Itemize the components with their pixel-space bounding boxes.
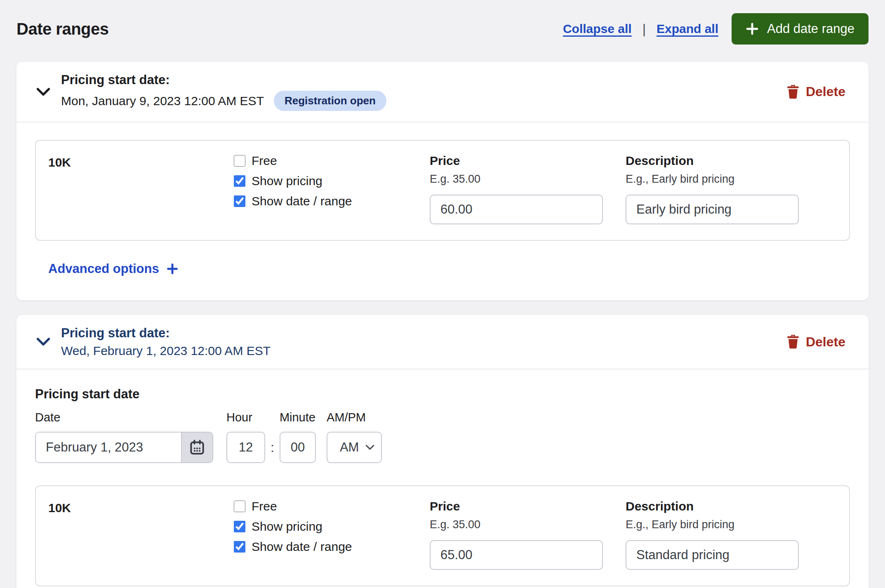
price-label: Price bbox=[430, 154, 626, 168]
date-label: Date bbox=[35, 411, 213, 424]
free-checkbox[interactable] bbox=[234, 501, 245, 512]
chevron-down-icon[interactable] bbox=[36, 337, 50, 347]
plus-icon bbox=[746, 22, 759, 35]
show-date-range-checkbox-item[interactable]: Show date / range bbox=[234, 540, 430, 554]
chevron-down-icon bbox=[365, 445, 374, 450]
show-date-range-checkbox-label: Show date / range bbox=[252, 194, 352, 208]
description-field-group: Description E.g., Early bird pricing bbox=[626, 499, 821, 570]
pricing-start-date-value: Wed, February 1, 2023 12:00 AM EST bbox=[61, 344, 271, 358]
price-field-group: Price E.g. 35.00 bbox=[430, 154, 626, 224]
show-date-range-checkbox-item[interactable]: Show date / range bbox=[234, 194, 430, 208]
show-pricing-checkbox[interactable] bbox=[234, 175, 245, 187]
date-range-card-1: Pricing start date: Mon, January 9, 2023… bbox=[16, 62, 869, 300]
free-checkbox-item[interactable]: Free bbox=[234, 154, 430, 168]
hour-label: Hour bbox=[226, 411, 265, 424]
description-hint: E.g., Early bird pricing bbox=[626, 518, 821, 531]
description-label: Description bbox=[626, 499, 821, 513]
price-input[interactable] bbox=[430, 540, 603, 570]
show-date-range-checkbox[interactable] bbox=[234, 195, 245, 207]
ampm-selected-value: AM bbox=[340, 440, 359, 455]
date-range-card-1-header[interactable]: Pricing start date: Mon, January 9, 2023… bbox=[16, 62, 869, 122]
pricing-start-date-line: Mon, January 9, 2023 12:00 AM EST Regist… bbox=[61, 91, 386, 111]
advanced-options-link[interactable]: Advanced options bbox=[48, 261, 178, 276]
trash-icon bbox=[787, 335, 799, 349]
show-pricing-checkbox-item[interactable]: Show pricing bbox=[234, 520, 430, 534]
price-hint: E.g. 35.00 bbox=[430, 173, 626, 186]
date-input-group bbox=[35, 432, 213, 463]
plus-icon bbox=[167, 263, 178, 275]
pricing-start-date-value: Mon, January 9, 2023 12:00 AM EST bbox=[61, 94, 264, 108]
ampm-field-group: AM/PM AM bbox=[327, 411, 382, 463]
ampm-label: AM/PM bbox=[327, 411, 382, 424]
delete-label: Delete bbox=[806, 84, 845, 99]
show-pricing-checkbox-label: Show pricing bbox=[252, 520, 322, 534]
collapse-all-link[interactable]: Collapse all bbox=[563, 22, 632, 36]
top-actions: Collapse all | Expand all Add date range bbox=[563, 13, 869, 45]
advanced-options-label: Advanced options bbox=[48, 261, 159, 276]
minute-label: Minute bbox=[280, 411, 316, 424]
event-pricing-row: 10K Free Show pricing Show date / range bbox=[35, 140, 850, 241]
show-pricing-checkbox-item[interactable]: Show pricing bbox=[234, 174, 430, 188]
pricing-start-date-title: Pricing start date: bbox=[61, 326, 271, 341]
registration-open-badge: Registration open bbox=[274, 91, 386, 111]
description-input[interactable] bbox=[626, 540, 799, 570]
description-input[interactable] bbox=[626, 195, 799, 224]
hour-field-group: Hour bbox=[226, 411, 265, 463]
free-checkbox-label: Free bbox=[252, 154, 277, 168]
ampm-select[interactable]: AM bbox=[327, 432, 382, 463]
price-input[interactable] bbox=[430, 195, 603, 224]
link-separator: | bbox=[643, 21, 646, 37]
free-checkbox-label: Free bbox=[252, 499, 277, 513]
description-field-group: Description E.g., Early bird pricing bbox=[626, 154, 821, 224]
pricing-start-date-section-title: Pricing start date bbox=[35, 387, 850, 402]
chevron-down-icon[interactable] bbox=[36, 87, 50, 97]
delete-label: Delete bbox=[806, 334, 845, 350]
show-pricing-checkbox[interactable] bbox=[234, 521, 245, 532]
calendar-button[interactable] bbox=[181, 433, 212, 462]
show-date-range-checkbox[interactable] bbox=[234, 541, 245, 553]
date-range-card-2-header[interactable]: Pricing start date: Wed, February 1, 202… bbox=[16, 315, 869, 369]
datetime-editor: Date bbox=[35, 411, 850, 463]
event-pricing-row: 10K Free Show pricing Show date / range bbox=[35, 485, 850, 586]
date-field-group: Date bbox=[35, 411, 213, 463]
price-field-group: Price E.g. 35.00 bbox=[430, 499, 626, 570]
header-text: Pricing start date: Mon, January 9, 2023… bbox=[61, 73, 386, 111]
add-date-range-label: Add date range bbox=[767, 21, 854, 36]
description-label: Description bbox=[626, 154, 821, 168]
minute-field-group: Minute bbox=[280, 411, 316, 463]
date-range-card-2: Pricing start date: Wed, February 1, 202… bbox=[16, 315, 869, 588]
date-ranges-page: Date ranges Collapse all | Expand all Ad… bbox=[0, 0, 885, 588]
show-date-range-checkbox-label: Show date / range bbox=[252, 540, 352, 554]
expand-all-link[interactable]: Expand all bbox=[657, 22, 718, 36]
show-pricing-checkbox-label: Show pricing bbox=[252, 174, 322, 188]
pricing-start-date-line: Wed, February 1, 2023 12:00 AM EST bbox=[61, 344, 271, 358]
hour-input[interactable] bbox=[226, 432, 265, 463]
topbar: Date ranges Collapse all | Expand all Ad… bbox=[16, 11, 869, 47]
minute-input[interactable] bbox=[280, 432, 316, 463]
price-hint: E.g. 35.00 bbox=[430, 518, 626, 531]
date-input[interactable] bbox=[36, 433, 181, 462]
delete-date-range-button[interactable]: Delete bbox=[787, 334, 845, 350]
calendar-icon bbox=[189, 439, 205, 456]
delete-date-range-button[interactable]: Delete bbox=[787, 84, 845, 99]
date-range-card-1-body: 10K Free Show pricing Show date / range bbox=[16, 122, 869, 300]
page-title: Date ranges bbox=[16, 20, 108, 38]
time-separator: : bbox=[271, 432, 274, 463]
date-range-card-2-body: Pricing start date Date bbox=[16, 369, 869, 588]
free-checkbox[interactable] bbox=[234, 155, 245, 167]
description-hint: E.g., Early bird pricing bbox=[626, 173, 821, 186]
pricing-start-date-title: Pricing start date: bbox=[61, 73, 386, 87]
price-label: Price bbox=[430, 499, 626, 513]
trash-icon bbox=[787, 85, 799, 99]
free-checkbox-item[interactable]: Free bbox=[234, 499, 430, 513]
header-text: Pricing start date: Wed, February 1, 202… bbox=[61, 326, 271, 358]
pricing-options: Free Show pricing Show date / range bbox=[234, 499, 430, 570]
add-date-range-button[interactable]: Add date range bbox=[732, 13, 869, 45]
pricing-options: Free Show pricing Show date / range bbox=[234, 154, 430, 224]
event-name: 10K bbox=[48, 154, 234, 224]
event-name: 10K bbox=[48, 499, 234, 570]
